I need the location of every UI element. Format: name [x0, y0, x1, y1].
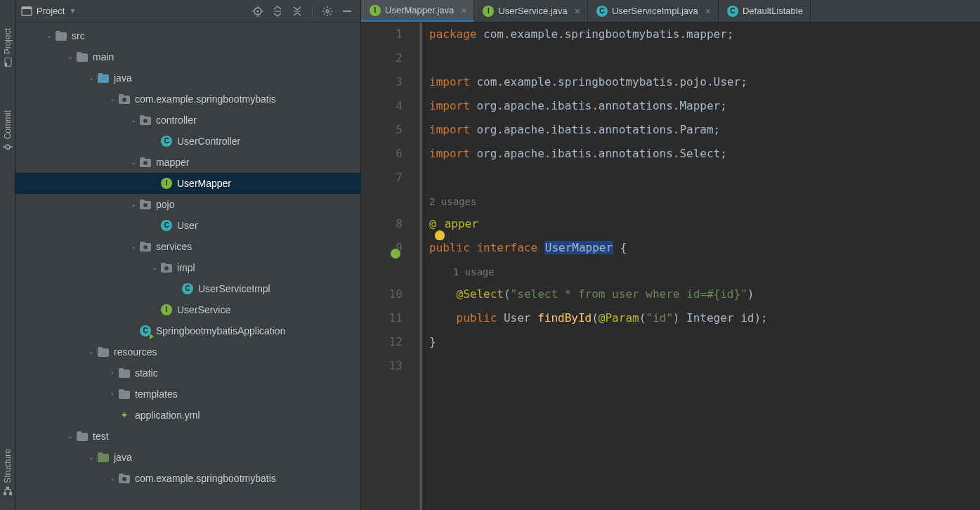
tree-node-label: pojo [156, 194, 174, 215]
tree-node-label: services [156, 236, 192, 257]
tree-node[interactable]: ⌄resources [15, 341, 360, 362]
code-area[interactable]: 1234567 89 10111213 package com.example.… [361, 22, 980, 510]
code-line[interactable]: public User findById(@Param("id") Intege… [429, 306, 980, 330]
tree-node[interactable]: ›static [15, 362, 360, 384]
editor-tab[interactable]: IUserMapper.java× [361, 0, 474, 22]
expand-arrow-icon[interactable]: ⌄ [149, 257, 160, 278]
project-tree[interactable]: ⌄src⌄main⌄java⌄com.example.springbootmyb… [15, 22, 360, 510]
close-icon[interactable]: × [705, 6, 711, 17]
expand-arrow-icon[interactable]: › [107, 384, 118, 405]
int-icon: I [370, 5, 381, 16]
editor-area: IUserMapper.java×IUserService.java×CUser… [361, 0, 980, 510]
select-opened-file-button[interactable] [250, 4, 266, 19]
tree-node[interactable]: ✦application.yml [15, 405, 360, 426]
code-line[interactable]: @Select("select * from user where id=#{i… [429, 282, 980, 306]
pkg-icon [118, 472, 131, 485]
tree-node[interactable]: ⌄main [15, 46, 360, 67]
expand-arrow-icon[interactable]: ⌄ [86, 341, 97, 362]
expand-arrow-icon[interactable]: ⌄ [65, 426, 76, 447]
expand-arrow-icon[interactable]: ⌄ [107, 468, 118, 489]
tree-node-label: test [93, 426, 109, 447]
svg-rect-9 [22, 7, 32, 9]
pkg-icon [139, 198, 152, 211]
int-icon: I [160, 177, 173, 190]
tree-node[interactable]: ⌄java [15, 447, 360, 468]
settings-button[interactable] [320, 4, 335, 19]
cls-icon: C [727, 6, 738, 17]
tree-node[interactable]: IUserMapper [15, 173, 360, 194]
tree-node[interactable]: ⌄controller [15, 110, 360, 131]
code-line[interactable] [429, 46, 980, 70]
tst-icon [97, 451, 110, 464]
expand-arrow-icon[interactable]: ⌄ [44, 25, 55, 46]
expand-arrow-icon[interactable]: ⌄ [65, 46, 76, 67]
tree-node-label: resources [114, 341, 157, 362]
tree-node[interactable]: ⌄services [15, 236, 360, 257]
tree-node[interactable]: ⌄src [15, 25, 360, 46]
tree-node[interactable]: ⌄com.example.springbootmybatis [15, 89, 360, 110]
code-line[interactable] [429, 354, 980, 378]
code-line[interactable]: public interface UserMapper { [429, 236, 980, 260]
expand-arrow-icon[interactable]: ⌄ [86, 447, 97, 468]
close-icon[interactable]: × [461, 5, 466, 16]
close-icon[interactable]: × [575, 6, 580, 17]
usages-inlay[interactable]: 2 usages [429, 190, 980, 212]
rail-structure[interactable]: Structure [3, 449, 13, 496]
res-icon [97, 346, 110, 358]
code-line[interactable]: } [429, 330, 980, 354]
code-line[interactable]: import com.example.springbootmybatis.poj… [429, 70, 980, 94]
expand-arrow-icon[interactable]: ⌄ [128, 152, 139, 173]
tree-node[interactable]: CSpringbootmybatisApplication [15, 320, 360, 341]
tree-node[interactable]: CUserServiceImpl [15, 278, 360, 299]
pkg-icon [139, 114, 152, 126]
project-panel-title[interactable]: Project ▼ [21, 6, 76, 17]
expand-all-button[interactable] [270, 4, 285, 19]
svg-rect-6 [9, 492, 12, 495]
expand-arrow-icon[interactable]: ⌄ [128, 194, 139, 215]
tree-node-label: UserServiceImpl [198, 278, 270, 299]
cls-icon: C [160, 219, 173, 232]
svg-point-24 [143, 245, 148, 249]
expand-arrow-icon[interactable]: ⌄ [128, 236, 139, 257]
rail-project[interactable]: Project [3, 28, 13, 67]
editor-tab[interactable]: CDefaultListable [719, 0, 811, 22]
usages-inlay[interactable]: 1 usage [429, 260, 980, 282]
tree-node[interactable]: ⌄impl [15, 257, 360, 278]
leaf-icon: ✦ [121, 405, 128, 426]
tree-node-label: UserMapper [177, 173, 231, 194]
tree-node-label: java [114, 447, 132, 468]
code-line[interactable]: import org.apache.ibatis.annotations.Par… [429, 118, 980, 142]
code-line[interactable]: package com.example.springbootmybatis.ma… [429, 22, 980, 46]
code-line[interactable]: import org.apache.ibatis.annotations.Map… [429, 94, 980, 118]
hide-button[interactable] [339, 4, 355, 19]
tree-node-label: UserService [177, 299, 230, 320]
expand-arrow-icon[interactable]: ⌄ [128, 110, 139, 131]
dir-icon [55, 30, 67, 42]
project-panel-header: Project ▼ [15, 0, 360, 22]
tree-node[interactable]: CUserController [15, 131, 360, 152]
int-icon: I [483, 6, 494, 17]
tree-node[interactable]: ⌄test [15, 426, 360, 447]
rail-commit[interactable]: Commit [3, 110, 13, 152]
svg-point-20 [122, 98, 126, 102]
editor-tab[interactable]: CUserServiceImpl.java× [588, 0, 719, 22]
code-body[interactable]: package com.example.springbootmybatis.ma… [420, 22, 980, 510]
tree-node[interactable]: ⌄mapper [15, 152, 360, 173]
expand-arrow-icon[interactable]: ⌄ [86, 67, 97, 89]
collapse-all-button[interactable] [289, 4, 305, 19]
project-panel: Project ▼ ⌄src⌄main⌄java⌄com.example.spr… [15, 0, 361, 510]
expand-arrow-icon[interactable]: ⌄ [107, 89, 118, 110]
tree-node[interactable]: CUser [15, 215, 360, 236]
tree-node[interactable]: ⌄pojo [15, 194, 360, 215]
expand-arrow-icon[interactable]: › [107, 362, 118, 384]
code-line[interactable] [429, 166, 980, 190]
editor-tab[interactable]: IUserService.java× [474, 0, 587, 22]
code-line[interactable]: import org.apache.ibatis.annotations.Sel… [429, 142, 980, 166]
tree-node[interactable]: ⌄com.example.springbootmybatis [15, 468, 360, 489]
code-line[interactable]: @apper [429, 212, 980, 236]
tree-node[interactable]: IUserService [15, 299, 360, 320]
tree-node[interactable]: ›templates [15, 384, 360, 405]
svg-point-11 [257, 10, 259, 12]
tree-node[interactable]: ⌄java [15, 67, 360, 89]
line-number: 11 [361, 306, 403, 330]
